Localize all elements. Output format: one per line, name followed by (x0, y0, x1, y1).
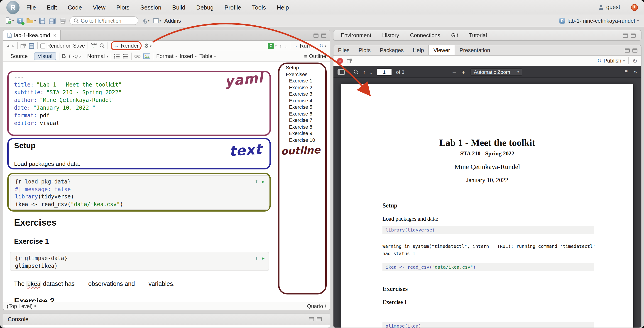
tab-lab-1-ikea[interactable]: lab-1-ikea.qmd × (3, 30, 61, 40)
run-chunk-icon[interactable]: ▶ (262, 178, 264, 185)
bookmark-icon[interactable]: ⚑ (624, 69, 628, 75)
code-chunk-load-pkg-data[interactable]: ↧ ▶ {r load-pkg-data} #| message: false … (10, 175, 269, 210)
zoom-out-icon[interactable]: − (452, 68, 456, 75)
menu-debug[interactable]: Debug (196, 4, 214, 11)
code-chunk-glimpse-data[interactable]: ↧ ▶ {r glimpse-data} glimpse(ikea) (10, 252, 269, 271)
minimize-pane-icon[interactable] (309, 317, 314, 321)
open-file-button[interactable]: ▾ (26, 18, 36, 23)
minimize-pane-icon[interactable] (625, 48, 630, 52)
save-icon[interactable] (39, 17, 45, 24)
new-project-button[interactable]: R (17, 18, 23, 23)
table-menu[interactable]: Table ▾ (200, 53, 216, 59)
goto-file-input[interactable] (81, 18, 134, 23)
italic-button[interactable]: I (68, 53, 70, 60)
outline-toggle-button[interactable]: ≡ Outline (304, 53, 326, 59)
render-on-save-checkbox[interactable] (40, 43, 45, 48)
next-page-icon[interactable]: ↓ (370, 69, 372, 75)
maximize-pane-icon[interactable] (321, 33, 326, 37)
bulleted-list-icon[interactable] (114, 54, 120, 59)
menu-session[interactable]: Session (140, 4, 162, 11)
tab-close-icon[interactable]: × (53, 33, 56, 38)
outline-item-exercise-9[interactable]: Exercise 9 (281, 130, 330, 137)
menu-help[interactable]: Help (277, 4, 289, 11)
new-file-button[interactable]: ▾ (6, 17, 14, 24)
tab-presentation[interactable]: Presentation (455, 45, 495, 55)
minimize-pane-icon[interactable] (623, 33, 628, 37)
addins-dropdown[interactable]: Addins (164, 17, 182, 24)
toggle-sidebar-icon[interactable] (338, 69, 345, 75)
inline-code-button[interactable]: </> (73, 54, 81, 59)
outline-item-exercises[interactable]: Exercises (281, 71, 330, 77)
visual-mode-button[interactable]: Visual (34, 52, 56, 60)
outline-item-exercise-2[interactable]: Exercise 2 (281, 84, 330, 91)
render-settings-button[interactable]: ⚙ ▾ (144, 43, 152, 49)
tab-help[interactable]: Help (408, 45, 428, 55)
run-chunk-icon[interactable]: ▶ (262, 255, 264, 262)
more-tools-icon[interactable]: » (634, 68, 637, 75)
menu-plots[interactable]: Plots (116, 4, 130, 11)
pane-layout-button[interactable]: ▾ (153, 18, 161, 23)
find-icon[interactable] (99, 43, 105, 48)
menu-tools[interactable]: Tools (252, 4, 266, 11)
back-icon[interactable]: ◂ (7, 43, 9, 49)
image-icon[interactable] (144, 53, 150, 59)
tab-plots[interactable]: Plots (354, 45, 375, 55)
rerun-button[interactable]: ↻ ▾ (319, 43, 326, 49)
tab-git[interactable]: Git (446, 32, 464, 38)
menu-view[interactable]: View (93, 4, 106, 11)
page-number-input[interactable] (376, 68, 392, 75)
tab-packages[interactable]: Packages (375, 45, 408, 55)
tab-history[interactable]: History (377, 32, 405, 38)
user-menu[interactable]: guest (599, 4, 620, 10)
go-previous-section-icon[interactable]: ↑ (280, 43, 282, 48)
save-all-icon[interactable] (48, 17, 56, 24)
quit-session-button[interactable] (631, 4, 638, 11)
outline-item-exercise-3[interactable]: Exercise 3 (281, 91, 330, 97)
outline-item-exercise-8[interactable]: Exercise 8 (281, 124, 330, 130)
run-chunks-above-icon[interactable]: ↧ (255, 178, 258, 185)
menu-code[interactable]: Code (68, 4, 82, 11)
scope-stepper-icon[interactable]: ▴▾ (34, 305, 36, 307)
menu-profile[interactable]: Profile (224, 4, 241, 11)
editor-content[interactable]: yaml text code chunk --- title:"Lab 1 - … (3, 62, 281, 302)
pdf-scroll-area[interactable]: Lab 1 - Meet the toolkit STA 210 - Sprin… (334, 78, 641, 328)
tab-files[interactable]: Files (334, 45, 354, 55)
maximize-pane-icon[interactable] (632, 48, 638, 52)
tab-viewer[interactable]: Viewer (428, 45, 455, 55)
outline-item-exercise-6[interactable]: Exercise 6 (281, 110, 330, 117)
save-icon[interactable] (28, 43, 34, 49)
render-on-save-toggle[interactable]: Render on Save (40, 43, 85, 48)
outline-item-exercise-4[interactable]: Exercise 4 (281, 97, 330, 104)
refresh-viewer-icon[interactable]: ↻ (632, 57, 638, 64)
file-type-indicator[interactable]: Quarto (307, 303, 323, 309)
bold-button[interactable]: B (62, 53, 66, 59)
goto-file-search[interactable] (70, 16, 138, 25)
tools-dropdown-button[interactable]: ▾ (142, 18, 150, 23)
popout-icon[interactable] (20, 43, 26, 48)
menu-file[interactable]: File (26, 4, 36, 11)
run-chunks-above-icon[interactable]: ↧ (255, 255, 258, 262)
file-type-stepper-icon[interactable]: ▴▾ (325, 305, 326, 307)
outline-item-exercise-5[interactable]: Exercise 5 (281, 104, 330, 110)
minimize-pane-icon[interactable] (314, 33, 318, 37)
print-icon[interactable] (60, 18, 66, 23)
numbered-list-icon[interactable] (123, 54, 128, 59)
tab-connections[interactable]: Connections (404, 32, 446, 38)
publish-button[interactable]: ↻ Publish ▾ (597, 57, 625, 64)
tab-tutorial[interactable]: Tutorial (464, 32, 492, 38)
menu-edit[interactable]: Edit (47, 4, 57, 11)
previous-page-icon[interactable]: ↑ (363, 69, 366, 75)
link-icon[interactable] (134, 54, 141, 58)
render-button[interactable]: → Render (114, 43, 138, 49)
zoom-select[interactable]: Automatic Zoom ▾ (471, 68, 522, 75)
run-button[interactable]: → Run ▾ (293, 43, 313, 49)
outline-item-exercise-10[interactable]: Exercise 10 (281, 137, 330, 143)
outline-item-setup[interactable]: Setup (281, 64, 330, 71)
outline-item-exercise-7[interactable]: Exercise 7 (281, 117, 330, 124)
maximize-pane-icon[interactable] (630, 33, 636, 37)
maximize-pane-icon[interactable] (317, 317, 322, 321)
forward-icon[interactable]: ▸ (12, 43, 14, 49)
menu-build[interactable]: Build (172, 4, 185, 11)
yaml-block[interactable]: --- title:"Lab 1 - Meet the toolkit" sub… (14, 73, 122, 135)
spellcheck-icon[interactable]: ABC✓ (91, 43, 97, 49)
